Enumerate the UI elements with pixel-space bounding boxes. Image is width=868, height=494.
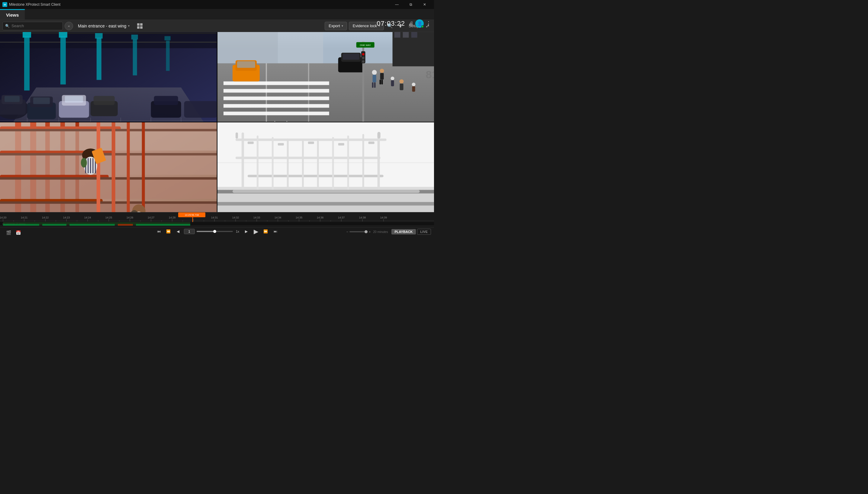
- svg-text:14:34: 14:34: [275, 216, 281, 219]
- playback-mode-button[interactable]: PLAYBACK: [391, 229, 416, 234]
- skip-to-end-button[interactable]: ⏭: [272, 228, 279, 235]
- fast-forward-button[interactable]: ⏩: [262, 228, 270, 235]
- calendar-icon[interactable]: 📅: [15, 229, 22, 236]
- svg-rect-236: [118, 224, 133, 226]
- user-avatar[interactable]: 👤: [415, 19, 424, 28]
- minimize-button[interactable]: —: [390, 0, 404, 9]
- play-button[interactable]: ▶: [252, 228, 260, 235]
- svg-rect-122: [127, 122, 130, 212]
- svg-text:14:37: 14:37: [338, 216, 345, 219]
- top-right-area: 07:03:22 🖨 👤 ⋮: [377, 18, 432, 29]
- svg-rect-1: [140, 23, 142, 26]
- svg-rect-233: [3, 224, 39, 226]
- camera-cell-stairs-white[interactable]: [217, 122, 434, 212]
- svg-rect-2: [137, 26, 140, 29]
- search-box[interactable]: 🔍: [2, 22, 63, 30]
- export-label: Export: [329, 23, 340, 28]
- bottom-controls: 🎬 📅 ⏮ ⏪ ◀ 1 1x ▶ ▶ ⏩ ⏭ − + 20 minutes PL…: [0, 227, 434, 238]
- svg-rect-70: [342, 54, 359, 60]
- svg-text:81: 81: [426, 68, 434, 81]
- svg-rect-164: [217, 206, 434, 212]
- toolbar: 🔍 « Main entrance - east wing ▾ Export ▾…: [0, 20, 434, 32]
- time-box[interactable]: 1: [184, 229, 195, 234]
- zoom-out-icon[interactable]: −: [347, 230, 348, 233]
- grid-view-icon[interactable]: [136, 22, 144, 30]
- svg-text:14:38: 14:38: [359, 216, 366, 219]
- svg-rect-34: [184, 101, 217, 117]
- svg-rect-31: [94, 96, 115, 105]
- svg-rect-13: [133, 39, 137, 76]
- titlebar-left: M Milestone XProtect Smart Client: [2, 2, 60, 7]
- zoom-control: − + 20 minutes: [347, 230, 388, 233]
- svg-rect-10: [24, 36, 29, 91]
- svg-rect-3: [140, 26, 142, 29]
- rewind-fast-button[interactable]: ⏪: [164, 228, 173, 235]
- camera-icon[interactable]: 🎬: [5, 229, 12, 236]
- export-button[interactable]: Export ▾: [325, 22, 347, 30]
- svg-rect-14: [166, 41, 170, 71]
- svg-rect-153: [347, 136, 349, 193]
- svg-rect-168: [278, 143, 283, 146]
- views-tab[interactable]: Views: [0, 9, 25, 20]
- svg-rect-235: [70, 224, 115, 226]
- zoom-slider[interactable]: [350, 231, 368, 232]
- step-forward-button[interactable]: ▶: [242, 228, 250, 235]
- maximize-button[interactable]: ⧉: [404, 0, 418, 9]
- svg-rect-119: [0, 201, 217, 204]
- view-name-label: Main entrance - east wing: [78, 23, 126, 28]
- live-mode-button[interactable]: LIVE: [417, 229, 431, 235]
- close-button[interactable]: ✕: [418, 0, 432, 9]
- search-icon: 🔍: [5, 24, 10, 28]
- skip-to-start-button[interactable]: ⏮: [155, 228, 163, 235]
- svg-point-90: [362, 60, 364, 63]
- svg-text:ONE WAY: ONE WAY: [360, 44, 371, 46]
- print-icon[interactable]: 🖨: [409, 21, 413, 26]
- svg-rect-116: [0, 129, 217, 131]
- svg-text:14:36: 14:36: [317, 216, 324, 219]
- svg-rect-163: [217, 193, 434, 202]
- svg-rect-0: [137, 23, 140, 26]
- svg-text:14:24: 14:24: [84, 216, 91, 219]
- time-scrubber[interactable]: [197, 231, 233, 232]
- camera-cell-parking[interactable]: EXIT: [0, 32, 217, 122]
- view-selector[interactable]: Main entrance - east wing ▾: [75, 22, 133, 30]
- camera-cell-stairs-color[interactable]: [0, 122, 217, 212]
- svg-text:14:21: 14:21: [21, 216, 28, 219]
- search-input[interactable]: [12, 23, 54, 28]
- svg-rect-73: [372, 82, 373, 88]
- svg-rect-120: [97, 122, 100, 212]
- svg-text:14:39: 14:39: [380, 216, 387, 219]
- svg-rect-237: [136, 224, 190, 226]
- svg-text:14:22: 14:22: [42, 216, 49, 219]
- svg-rect-67: [237, 61, 255, 68]
- user-status-dot: [421, 25, 424, 28]
- timeline-area[interactable]: 14:20 14:21 14:22 14:23 14:24 14:25 14:2…: [0, 212, 434, 227]
- svg-text:14:23: 14:23: [63, 216, 70, 219]
- step-back-button[interactable]: ◀: [174, 228, 182, 235]
- extra-controls: 🎬 📅: [2, 229, 24, 236]
- event-block-green: [3, 222, 190, 225]
- svg-rect-33: [154, 96, 178, 105]
- svg-rect-123: [142, 122, 145, 212]
- svg-rect-97: [394, 32, 400, 38]
- zoom-in-icon[interactable]: +: [369, 230, 371, 233]
- collapse-button[interactable]: «: [65, 22, 73, 30]
- camera-cell-street[interactable]: ONE WAY 81: [217, 32, 434, 122]
- menu-icon[interactable]: ⋮: [426, 20, 432, 27]
- timeline-ruler[interactable]: 14:20 14:21 14:22 14:23 14:24 14:25 14:2…: [0, 212, 434, 222]
- svg-point-75: [380, 69, 384, 73]
- svg-rect-19: [164, 36, 171, 40]
- svg-rect-99: [411, 32, 417, 38]
- app-title: Milestone XProtect Smart Client: [9, 2, 60, 7]
- mode-buttons: − + 20 minutes PLAYBACK LIVE: [347, 229, 431, 235]
- svg-rect-72: [372, 75, 376, 82]
- svg-text:14:27: 14:27: [148, 216, 155, 219]
- svg-text:14:25: 14:25: [105, 216, 112, 219]
- svg-rect-11: [60, 36, 66, 84]
- svg-rect-77: [379, 79, 381, 84]
- svg-rect-18: [131, 35, 138, 40]
- svg-text:14:26: 14:26: [126, 216, 134, 219]
- svg-point-83: [412, 82, 415, 86]
- svg-rect-171: [368, 142, 374, 144]
- svg-rect-156: [235, 133, 238, 139]
